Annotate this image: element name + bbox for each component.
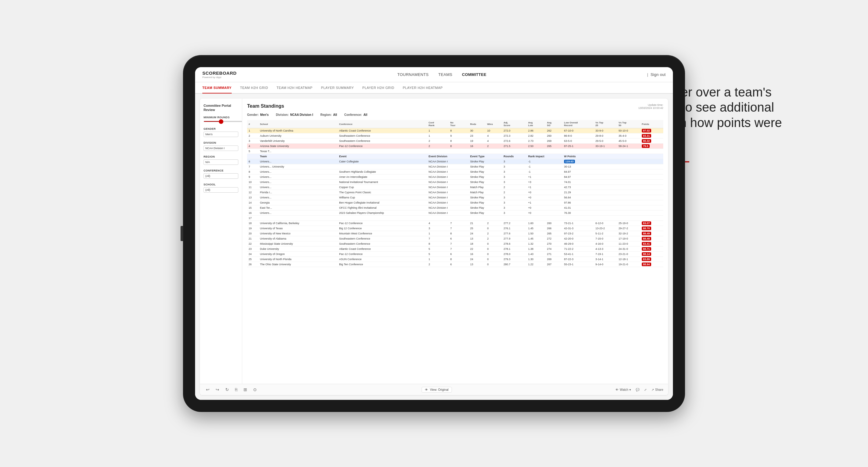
tab-team-summary[interactable]: TEAM SUMMARY (202, 83, 232, 93)
nav-tournaments[interactable]: TOURNAMENTS (397, 72, 429, 77)
filter-gender: Gender: Men's (247, 113, 269, 117)
data-area: Team Standings Update time: 13/03/2024 1… (242, 99, 668, 384)
sign-out-button[interactable]: Sign out (651, 72, 666, 77)
cell-adj-score: 272.0 (502, 128, 527, 133)
col-no-tour: NoTour (449, 120, 469, 128)
redo-button[interactable]: ↪ (214, 386, 220, 393)
tab-team-h2h-heatmap[interactable]: TEAM H2H HEATMAP (276, 83, 312, 93)
nav-committee[interactable]: COMMITTEE (462, 72, 487, 77)
cell-vs-top50: 50-10-0 (617, 128, 640, 133)
side-button[interactable] (181, 226, 183, 241)
cell-avg-sg: 262 (546, 128, 563, 133)
school-select[interactable]: (All) (204, 187, 238, 193)
col-avg-low: AvgLow (527, 120, 545, 128)
brand-sub: Powered by clippi (202, 76, 237, 79)
col-rnds: Rnds (469, 120, 486, 128)
table-row: 2Auburn UniversitySoutheastern Conferenc… (247, 133, 663, 138)
standings-title: Team Standings (247, 103, 284, 109)
brand-logo: SCOREBOARD (202, 70, 237, 75)
share-icon: ↗ (651, 388, 654, 392)
expand-icon: ⤢ (644, 388, 647, 392)
division-select[interactable]: NCAA Division I NCAA Division II NCAA Di… (204, 146, 238, 151)
table-row: 25University of North FloridaASUN Confer… (247, 257, 663, 262)
table-row: 19University of TexasBig 12 Conference 3… (247, 226, 663, 231)
refresh-button[interactable]: ↻ (224, 386, 230, 393)
tooltip-row: 10Univers...National Invitational Tourna… (247, 180, 663, 185)
tooltip-row: 6Univers...Cater Collegiate NCAA Divisio… (247, 159, 663, 164)
tooltip-row: 8Univers...Southern Highlands Collegiate… (247, 169, 663, 175)
filter-region: Region: All (320, 113, 337, 117)
update-time: Update time: 13/03/2024 10:03:42 (638, 103, 663, 110)
tooltip-row: 9Univers...Amer An Intercollegiate NCAA … (247, 175, 663, 180)
tooltip-row: 12Florida I...The Cypress Point Classic … (247, 190, 663, 195)
grid-button[interactable]: ⊞ (242, 386, 248, 393)
tooltip-row: 7Univers... University NCAA Division ISt… (247, 164, 663, 169)
sub-nav: TEAM SUMMARY TEAM H2H GRID TEAM H2H HEAT… (195, 82, 673, 94)
cell-low-overall: 67-10-0 (562, 128, 594, 133)
view-selector[interactable]: 👁 View: Original (422, 387, 452, 393)
sidebar-section-rounds: Minimum Rounds 5 (204, 116, 238, 123)
sidebar: Committee Portal Review Minimum Rounds 5… (200, 99, 242, 384)
col-low-overall: Low OverallRecord (562, 120, 594, 128)
sidebar-section-gender: Gender Men's Women's (204, 127, 238, 137)
col-conference: Conference (338, 120, 427, 128)
cell-rank: 1 (247, 128, 258, 133)
filter-row: Gender: Men's Division: NCAA Division I … (247, 113, 663, 117)
cell-conference: Atlantic Coast Conference (338, 128, 427, 133)
expand-button[interactable]: ⤢ (644, 388, 647, 392)
comment-button[interactable]: 💬 (636, 388, 639, 392)
watch-button[interactable]: 👁 Watch ▾ (616, 388, 631, 392)
inner-app: Committee Portal Review Minimum Rounds 5… (200, 99, 668, 395)
tablet-shell: SCOREBOARD Powered by clippi TOURNAMENTS… (183, 55, 685, 412)
region-select[interactable]: N/A East West (204, 159, 238, 165)
sidebar-label-school: School (204, 183, 238, 186)
app-body: Committee Portal Review Minimum Rounds 5… (200, 99, 668, 384)
filter-division: Division: NCAA Division I (276, 113, 313, 117)
sidebar-label-rounds: Minimum Rounds (204, 116, 238, 119)
tablet-screen: SCOREBOARD Powered by clippi TOURNAMENTS… (195, 67, 673, 400)
gender-select[interactable]: Men's Women's (204, 131, 238, 137)
cell-points[interactable]: 97.02 (640, 128, 663, 133)
undo-button[interactable]: ↩ (205, 386, 211, 393)
watch-icon: 👁 (616, 388, 619, 392)
clock-button[interactable]: ⊙ (252, 386, 258, 393)
tooltip-row: 17 (247, 216, 663, 221)
sidebar-section-school: School (All) (204, 183, 238, 193)
table-row: 26The Ohio State UniversityBig Ten Confe… (247, 262, 663, 267)
tooltip-row: 15East Ter...OFCC Fighting Illini Invita… (247, 206, 663, 211)
conference-select[interactable]: (All) ACC SEC (204, 173, 238, 179)
toolbar-right: 👁 Watch ▾ 💬 ⤢ ↗ (616, 388, 663, 392)
view-icon: 👁 (425, 388, 428, 392)
cell-no-tour: 8 (449, 128, 469, 133)
col-rank: # (247, 120, 258, 128)
table-header-row: # School Conference ConfRank NoTour Rnds… (247, 120, 663, 128)
table-row-highlighted: 4Arizona State UniversityPac-12 Conferen… (247, 144, 663, 149)
tab-player-h2h-heatmap[interactable]: PLAYER H2H HEATMAP (403, 83, 443, 93)
rounds-slider[interactable] (204, 121, 242, 122)
sidebar-label-region: Region (204, 155, 238, 158)
copy-button[interactable]: ⎘ (234, 386, 239, 393)
col-conf-rank: ConfRank (427, 120, 449, 128)
col-school: School (258, 120, 338, 128)
share-button[interactable]: ↗ Share (651, 388, 663, 392)
tab-team-h2h-grid[interactable]: TEAM H2H GRID (240, 83, 268, 93)
col-vs-top25: Vs Top25 (594, 120, 617, 128)
table-row: 3Vanderbilt UniversitySoutheastern Confe… (247, 138, 663, 144)
table-row: 5Texas T... (247, 149, 663, 154)
filter-conference: Conference: All (344, 113, 367, 117)
col-points: Points (640, 120, 663, 128)
nav-links: TOURNAMENTS TEAMS COMMITTEE (397, 72, 486, 77)
col-adj-score: Adj.Score (502, 120, 527, 128)
sidebar-section-division: Division NCAA Division I NCAA Division I… (204, 141, 238, 151)
cell-school: University of North Carolina (258, 128, 338, 133)
tab-player-summary[interactable]: PLAYER SUMMARY (321, 83, 354, 93)
table-row: 23Duke UniversityAtlantic Coast Conferen… (247, 247, 663, 252)
nav-teams[interactable]: TEAMS (438, 72, 452, 77)
col-vs-top50: Vs Top50 (617, 120, 640, 128)
sidebar-label-gender: Gender (204, 127, 238, 130)
cell-avg-low: 2.86 (527, 128, 545, 133)
col-avg-sg: AvgSG (546, 120, 563, 128)
standings-header: Team Standings Update time: 13/03/2024 1… (247, 103, 663, 110)
tab-player-h2h-grid[interactable]: PLAYER H2H GRID (362, 83, 394, 93)
sidebar-section-conference: Conference (All) ACC SEC (204, 169, 238, 179)
